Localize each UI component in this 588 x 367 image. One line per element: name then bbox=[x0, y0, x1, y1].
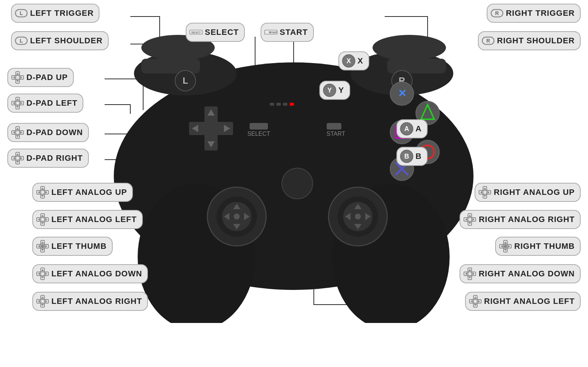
svg-marker-140 bbox=[501, 245, 503, 248]
b-badge: B bbox=[400, 150, 413, 163]
dpad-up-label: D-PAD UP bbox=[7, 68, 74, 87]
y-badge: Y bbox=[323, 84, 336, 97]
svg-marker-134 bbox=[465, 218, 467, 221]
right-analog-right-icon bbox=[463, 213, 476, 226]
svg-text:✕: ✕ bbox=[398, 88, 406, 99]
svg-marker-114 bbox=[41, 269, 44, 271]
svg-marker-74 bbox=[20, 76, 22, 79]
svg-marker-83 bbox=[16, 128, 19, 130]
svg-marker-117 bbox=[45, 272, 47, 275]
svg-marker-73 bbox=[13, 76, 15, 79]
svg-marker-138 bbox=[504, 241, 507, 244]
svg-marker-110 bbox=[45, 245, 47, 248]
svg-rect-6 bbox=[387, 59, 446, 73]
left-analog-left-label: LEFT ANALOG LEFT bbox=[32, 210, 143, 229]
svg-point-142 bbox=[504, 245, 507, 248]
svg-text:R: R bbox=[495, 10, 499, 16]
left-shoulder-icon: L bbox=[15, 34, 28, 47]
svg-point-35 bbox=[234, 214, 240, 219]
svg-marker-129 bbox=[487, 191, 490, 194]
svg-marker-85 bbox=[13, 131, 15, 134]
svg-marker-103 bbox=[38, 218, 40, 221]
svg-marker-72 bbox=[16, 80, 19, 82]
svg-marker-133 bbox=[468, 222, 471, 224]
left-thumb-label: LEFT THUMB bbox=[32, 237, 113, 256]
a-button-label: A A bbox=[396, 119, 428, 138]
dpad-down-icon bbox=[11, 126, 24, 139]
svg-rect-13 bbox=[270, 103, 274, 106]
left-analog-up-label: LEFT ANALOG UP bbox=[32, 183, 133, 202]
svg-marker-154 bbox=[478, 300, 480, 303]
svg-marker-86 bbox=[20, 131, 22, 134]
svg-rect-16 bbox=[290, 103, 294, 106]
svg-marker-146 bbox=[468, 276, 471, 279]
right-thumb-label: RIGHT THUMB bbox=[495, 237, 581, 256]
svg-marker-121 bbox=[41, 304, 44, 306]
svg-marker-120 bbox=[41, 297, 44, 299]
svg-marker-108 bbox=[41, 249, 44, 251]
left-trigger-icon: L bbox=[15, 7, 28, 20]
right-analog-right-label: RIGHT ANALOG RIGHT bbox=[460, 210, 581, 229]
svg-marker-122 bbox=[38, 300, 40, 303]
svg-marker-151 bbox=[474, 297, 477, 299]
left-shoulder-label: L LEFT SHOULDER bbox=[11, 31, 109, 50]
svg-rect-14 bbox=[276, 103, 281, 106]
svg-marker-135 bbox=[472, 218, 475, 221]
svg-marker-147 bbox=[465, 272, 467, 275]
svg-marker-95 bbox=[41, 188, 44, 190]
svg-text:START: START bbox=[270, 31, 277, 34]
svg-text:R: R bbox=[486, 38, 490, 44]
svg-marker-96 bbox=[41, 195, 44, 197]
right-trigger-label: R RIGHT TRIGGER bbox=[487, 4, 581, 23]
dpad-up-icon bbox=[11, 71, 24, 84]
svg-marker-101 bbox=[41, 215, 44, 217]
svg-marker-77 bbox=[16, 98, 19, 101]
x-button-label: X X bbox=[338, 51, 369, 70]
svg-point-8 bbox=[373, 35, 446, 61]
svg-marker-153 bbox=[471, 300, 473, 303]
left-thumb-icon bbox=[36, 240, 49, 253]
svg-text:L: L bbox=[183, 76, 188, 86]
svg-marker-102 bbox=[41, 222, 44, 224]
svg-point-43 bbox=[355, 214, 361, 219]
left-analog-down-icon bbox=[36, 267, 49, 280]
svg-marker-132 bbox=[468, 215, 471, 217]
right-shoulder-icon: R bbox=[482, 34, 495, 47]
start-label: START START bbox=[261, 23, 314, 42]
svg-text:L: L bbox=[20, 38, 23, 44]
right-analog-up-label: RIGHT ANALOG UP bbox=[475, 183, 581, 202]
right-analog-down-icon bbox=[463, 267, 476, 280]
svg-text:SELECT: SELECT bbox=[247, 131, 270, 137]
y-button-label: Y Y bbox=[319, 81, 350, 100]
svg-marker-126 bbox=[483, 188, 486, 190]
left-analog-down-label: LEFT ANALOG DOWN bbox=[32, 264, 148, 283]
svg-marker-98 bbox=[45, 191, 47, 194]
svg-point-111 bbox=[41, 245, 44, 248]
left-analog-left-icon bbox=[36, 213, 49, 226]
right-analog-left-label: RIGHT ANALOG LEFT bbox=[465, 292, 581, 311]
x-badge: X bbox=[342, 54, 355, 68]
dpad-right-label: D-PAD RIGHT bbox=[7, 149, 89, 168]
select-icon: SELECT bbox=[189, 26, 203, 39]
svg-marker-89 bbox=[16, 153, 19, 156]
svg-marker-148 bbox=[472, 272, 475, 275]
start-icon: START bbox=[264, 26, 277, 39]
svg-rect-19 bbox=[327, 123, 341, 130]
svg-text:L: L bbox=[20, 10, 23, 16]
svg-rect-5 bbox=[141, 59, 200, 73]
dpad-left-label: D-PAD LEFT bbox=[7, 94, 83, 113]
svg-marker-91 bbox=[13, 157, 15, 160]
svg-rect-15 bbox=[283, 103, 287, 106]
dpad-right-icon bbox=[11, 152, 24, 165]
svg-text:START: START bbox=[327, 131, 345, 137]
svg-marker-127 bbox=[483, 195, 486, 197]
svg-marker-79 bbox=[13, 102, 15, 105]
svg-marker-109 bbox=[38, 245, 40, 248]
svg-marker-78 bbox=[16, 106, 19, 108]
svg-marker-152 bbox=[474, 304, 477, 306]
svg-marker-90 bbox=[16, 161, 19, 163]
svg-marker-141 bbox=[508, 245, 510, 248]
left-analog-right-label: LEFT ANALOG RIGHT bbox=[32, 292, 148, 311]
svg-marker-80 bbox=[20, 102, 22, 105]
svg-text:SELECT: SELECT bbox=[191, 31, 201, 34]
